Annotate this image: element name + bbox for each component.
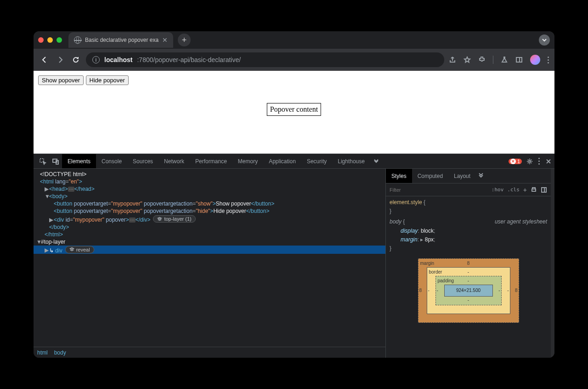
devtools-tab-memory[interactable]: Memory	[232, 154, 263, 168]
breadcrumb: html body	[34, 347, 385, 358]
chevron-down-icon	[542, 37, 547, 43]
back-button[interactable]	[39, 54, 50, 65]
devtools-tab-application[interactable]: Application	[263, 154, 301, 168]
cls-toggle[interactable]: .cls	[507, 187, 520, 193]
styles-filter-bar: :hov .cls +	[386, 183, 551, 196]
styles-panel: Styles Computed Layout :hov .cls + eleme…	[385, 169, 551, 358]
devtools-kebab-icon[interactable]	[538, 158, 540, 165]
profile-avatar[interactable]	[530, 55, 540, 65]
forward-button[interactable]	[55, 54, 66, 65]
devtools-tab-network[interactable]: Network	[158, 154, 190, 168]
styles-rules[interactable]: element.style { } user agent stylesheetb…	[386, 196, 551, 325]
svg-rect-6	[532, 188, 535, 189]
minimize-window-button[interactable]	[47, 37, 53, 43]
dom-html-open[interactable]: <html lang="en">	[34, 178, 385, 185]
site-info-icon[interactable]: i	[92, 56, 100, 63]
arrow-left-icon	[40, 56, 49, 64]
reload-button[interactable]	[70, 54, 81, 65]
dom-button-show[interactable]: <button popovertarget="mypopover" popove…	[34, 200, 385, 207]
dom-head[interactable]: ▶<head>⋯</head>	[34, 185, 385, 193]
titlebar: Basic declarative popover exa ✕ +	[34, 31, 554, 49]
dom-body-close[interactable]: </body>	[34, 223, 385, 231]
close-tab-button[interactable]: ✕	[162, 36, 168, 44]
styles-tab-styles[interactable]: Styles	[386, 169, 412, 183]
reload-icon	[72, 56, 80, 64]
devtools-tab-lighthouse[interactable]: Lighthouse	[332, 154, 370, 168]
flask-icon[interactable]	[501, 56, 508, 63]
device-mode-icon[interactable]	[49, 158, 62, 165]
more-tabs-icon[interactable]	[373, 158, 379, 165]
browser-tab[interactable]: Basic declarative popover exa ✕	[68, 32, 173, 48]
browser-window: Basic declarative popover exa ✕ + i loca…	[34, 31, 554, 358]
crumb-body[interactable]: body	[54, 349, 66, 356]
reveal-badge[interactable]: reveal	[65, 246, 94, 253]
browser-toolbar: i localhost:7800/popover-api/basic-decla…	[34, 49, 554, 71]
gear-icon[interactable]	[526, 158, 533, 165]
kebab-menu-icon[interactable]	[548, 57, 549, 63]
close-window-button[interactable]	[38, 37, 44, 43]
dom-popover-div[interactable]: ▶<div id="mypopover" popover>⋯</div>top-…	[34, 215, 385, 223]
dom-doctype[interactable]: <!DOCTYPE html>	[34, 171, 385, 178]
tab-title: Basic declarative popover exa	[85, 37, 158, 43]
devtools-tabbar: Elements Console Sources Network Perform…	[34, 154, 554, 169]
new-style-button[interactable]: +	[523, 186, 527, 194]
devtools-tab-security[interactable]: Security	[301, 154, 332, 168]
box-model[interactable]: margin 8 8 8 border - - - padding	[418, 258, 519, 323]
devtools-tab-console[interactable]: Console	[96, 154, 127, 168]
dom-top-layer-div[interactable]: ▶↳ divreveal	[34, 246, 385, 254]
dom-html-close[interactable]: </html>	[34, 231, 385, 238]
hov-toggle[interactable]: :hov	[492, 187, 504, 193]
dom-tree[interactable]: <!DOCTYPE html> <html lang="en"> ▶<head>…	[34, 169, 385, 347]
dom-body-open[interactable]: ▼<body>	[34, 193, 385, 200]
hide-popover-button[interactable]: Hide popover	[86, 75, 129, 85]
globe-icon	[74, 36, 81, 44]
separator	[493, 56, 493, 64]
popover-content: Popover content	[267, 103, 321, 116]
devtools-tab-sources[interactable]: Sources	[127, 154, 158, 168]
dom-top-layer-section[interactable]: ▼#top-layer	[34, 238, 385, 246]
inspect-tool-icon[interactable]	[36, 158, 49, 165]
styles-tabbar: Styles Computed Layout	[386, 169, 551, 183]
elements-panel: <!DOCTYPE html> <html lang="en"> ▶<head>…	[34, 169, 385, 358]
styles-tab-computed[interactable]: Computed	[412, 169, 448, 183]
share-icon[interactable]	[449, 56, 456, 63]
devtools-tab-performance[interactable]: Performance	[190, 154, 232, 168]
address-bar[interactable]: i localhost:7800/popover-api/basic-decla…	[86, 52, 444, 67]
traffic-lights	[38, 37, 62, 43]
star-icon[interactable]	[464, 56, 471, 63]
new-tab-button[interactable]: +	[178, 34, 191, 46]
svg-point-4	[529, 160, 531, 162]
devtools: Elements Console Sources Network Perform…	[34, 154, 554, 358]
crumb-html[interactable]: html	[37, 349, 48, 356]
error-badge[interactable]: ✕1	[509, 159, 522, 164]
window-chevron-button[interactable]	[539, 34, 550, 46]
extension-icon[interactable]	[478, 56, 486, 63]
page-viewport: Show popover Hide popover Popover conten…	[34, 71, 554, 154]
toolbar-right-icons	[449, 55, 549, 65]
more-tabs-icon[interactable]	[478, 173, 484, 179]
devtools-tab-elements[interactable]: Elements	[62, 154, 96, 168]
arrow-right-icon	[56, 56, 64, 64]
styles-tab-layout[interactable]: Layout	[448, 169, 476, 183]
styles-filter-input[interactable]	[390, 187, 488, 193]
url-host: localhost	[104, 56, 132, 63]
print-icon[interactable]	[531, 187, 537, 193]
maximize-window-button[interactable]	[57, 37, 62, 43]
top-layer-badge[interactable]: top-layer (1)	[153, 215, 195, 223]
dom-button-hide[interactable]: <button popovertarget="mypopover" popove…	[34, 207, 385, 215]
url-path: :7800/popover-api/basic-declarative/	[137, 56, 241, 63]
close-icon[interactable]	[545, 158, 552, 165]
computed-panel-icon[interactable]	[541, 187, 547, 193]
show-popover-button[interactable]: Show popover	[38, 75, 84, 85]
scrollbar[interactable]	[551, 169, 554, 358]
panel-icon[interactable]	[515, 56, 523, 63]
